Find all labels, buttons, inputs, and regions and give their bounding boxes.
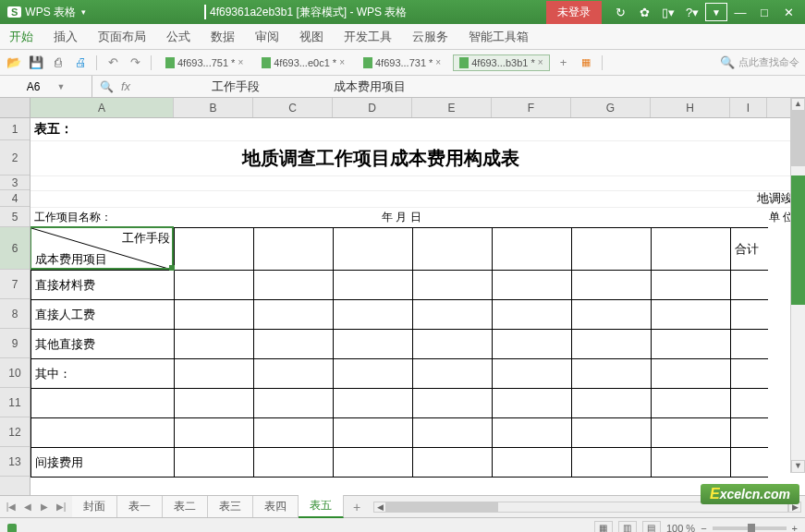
hscroll-thumb[interactable] [387,502,498,512]
table-title[interactable]: 地质调查工作项目成本费用构成表 [30,140,730,175]
menu-insert[interactable]: 插入 [54,29,78,45]
close-tab-icon[interactable]: × [339,57,345,67]
row-labor-cost[interactable]: 直接人工费 [31,300,175,330]
project-name-label[interactable]: 工作项目名称： [30,210,174,225]
dropdown-icon[interactable]: ▼ [56,82,65,91]
row-header-4[interactable]: 4 [0,190,30,207]
command-search[interactable]: 🔍 点此查找命令 [720,55,799,69]
data-table[interactable]: 工作手段 成本费用项目 合计 直接材料费 直接人工费 其他直接费 其中： 间接费… [30,227,768,478]
row-header-11[interactable]: 11 [0,388,30,417]
sheet-next-icon[interactable]: ▶ [37,502,52,512]
dropdown-icon[interactable]: ▾ [81,7,86,17]
menu-dev-tools[interactable]: 开发工具 [344,29,392,45]
row-header-12[interactable]: 12 [0,417,30,447]
row-header-10[interactable]: 10 [0,358,30,388]
vertical-scrollbar[interactable]: ▲ ▼ [790,98,805,473]
zoom-value[interactable]: 100 % [666,523,695,533]
row-header-6[interactable]: 6 [0,227,30,270]
scroll-up-icon[interactable]: ▲ [791,98,805,111]
tab-list-icon[interactable]: ▦ [578,54,594,71]
sheet-tab-3[interactable]: 表三 [208,496,253,517]
menu-formula[interactable]: 公式 [166,29,190,45]
col-header-H[interactable]: H [651,98,730,117]
add-tab-icon[interactable]: + [555,54,572,71]
row-wherein[interactable]: 其中： [31,359,175,389]
close-tab-icon[interactable]: × [238,57,243,67]
row-header-13[interactable]: 13 [0,447,30,477]
fx-icon[interactable]: fx [121,79,130,93]
col-header-A[interactable]: A [30,98,174,117]
row-header-8[interactable]: 8 [0,299,30,329]
close-button[interactable]: ✕ [777,3,799,21]
close-tab-icon[interactable]: × [538,57,543,67]
sheet-prev-icon[interactable]: ◀ [20,502,35,512]
save-icon[interactable]: 💾 [28,54,44,71]
row-header-2[interactable]: 2 [0,140,30,175]
menu-review[interactable]: 审阅 [255,29,279,45]
view-normal-icon[interactable]: ▦ [594,521,613,533]
print-preview-icon[interactable]: 🖨 [72,54,89,71]
menu-page-layout[interactable]: 页面布局 [98,29,146,45]
sync-icon[interactable]: ↻ [609,3,631,21]
redo-icon[interactable]: ↷ [127,54,143,71]
ribbon-toggle-icon[interactable]: ▼ [705,3,727,21]
help-icon[interactable]: ?▾ [681,3,703,21]
col-header-I[interactable]: I [730,98,767,117]
sheet-first-icon[interactable]: |◀ [4,502,18,512]
doc-tab-1[interactable]: 4f693...e0c1 *× [255,54,351,71]
open-icon[interactable]: 📂 [6,54,22,71]
zoom-slider[interactable] [713,526,787,530]
name-box[interactable]: A6 ▼ [0,76,92,97]
view-page-icon[interactable]: ▥ [618,521,637,533]
undo-icon[interactable]: ↶ [104,54,121,71]
col-header-C[interactable]: C [253,98,333,117]
col-header-E[interactable]: E [412,98,492,117]
sheet-tab-cover[interactable]: 封面 [72,496,117,517]
scroll-thumb[interactable] [791,111,805,166]
row-material-cost[interactable]: 直接材料费 [31,271,175,300]
sheet-last-icon[interactable]: ▶| [54,502,68,512]
login-button[interactable]: 未登录 [546,1,602,24]
total-header[interactable]: 合计 [731,228,768,271]
spreadsheet-grid[interactable]: 12345678910111213 ABCDEFGHI 表五： 地质调查工作项目… [0,98,805,495]
skin-icon[interactable]: ▯▾ [657,3,679,21]
view-break-icon[interactable]: ▤ [642,521,661,533]
row-header-9[interactable]: 9 [0,329,30,358]
menu-smart-toolbox[interactable]: 智能工具箱 [469,29,529,45]
fx-search-icon[interactable]: 🔍 [100,80,114,93]
doc-tab-3[interactable]: 4f693...b3b1 *× [453,54,549,71]
col-header-F[interactable]: F [492,98,571,117]
sheet-tab-5[interactable]: 表五 [299,495,344,518]
zoom-in-button[interactable]: + [792,523,798,533]
scroll-left-icon[interactable]: ◀ [373,502,386,513]
menu-cloud[interactable]: 云服务 [412,29,448,45]
minimize-button[interactable]: — [729,3,751,21]
maximize-button[interactable]: □ [753,3,775,21]
row-header-3[interactable]: 3 [0,175,30,190]
close-tab-icon[interactable]: × [435,57,441,67]
menu-view[interactable]: 视图 [299,29,323,45]
menu-start[interactable]: 开始 [9,29,33,45]
sheet-tab-2[interactable]: 表二 [163,496,208,517]
settings-icon[interactable]: ✿ [633,3,655,21]
row-indirect-cost[interactable]: 间接费用 [31,448,175,478]
doc-tab-0[interactable]: 4f693...751 *× [159,54,250,71]
zoom-out-button[interactable]: − [701,523,706,533]
doc-tab-2[interactable]: 4f693...731 *× [357,54,447,71]
date-label[interactable]: 年 月 日 [382,210,421,225]
scroll-down-icon[interactable]: ▼ [791,460,805,473]
sheet-tab-4[interactable]: 表四 [253,496,299,517]
print-icon[interactable]: ⎙ [50,54,67,71]
row-header-5[interactable]: 5 [0,207,30,227]
col-header-B[interactable]: B [174,98,253,117]
add-sheet-button[interactable]: + [344,500,370,514]
sheet-tab-1[interactable]: 表一 [117,496,163,517]
row-other-direct[interactable]: 其他直接费 [31,330,175,359]
formula-input[interactable]: 工作手段 成本费用项目 [138,79,406,95]
menu-data[interactable]: 数据 [211,29,235,45]
row-header-7[interactable]: 7 [0,270,30,299]
select-all-corner[interactable] [0,98,30,118]
cell-a1[interactable]: 表五： [30,118,73,140]
col-header-D[interactable]: D [333,98,412,117]
diagonal-header-cell[interactable]: 工作手段 成本费用项目 [31,228,175,271]
